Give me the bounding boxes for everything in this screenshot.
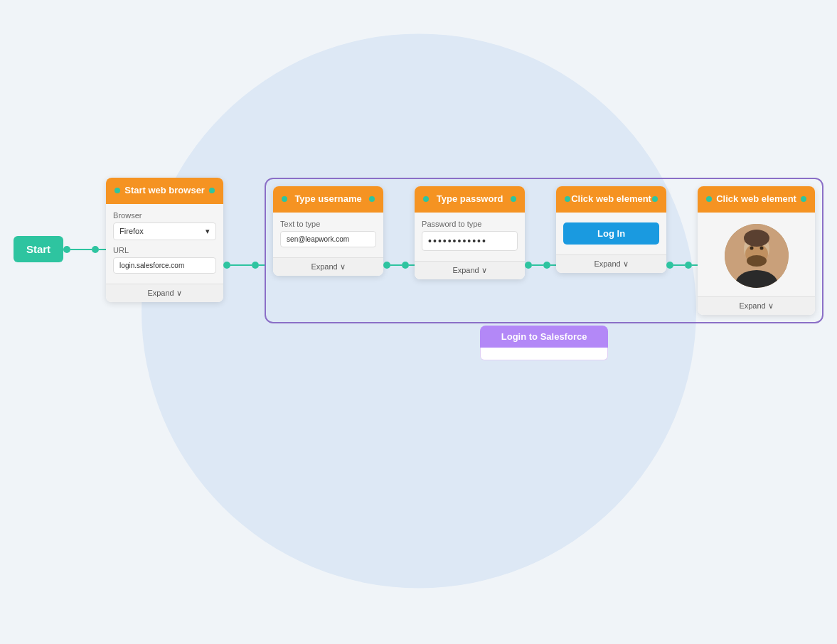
group-login-salesforce: Type username Text to type sen@leapwork.… [265, 178, 823, 323]
step-body-1: Browser Firefox ▾ URL login.salesforce.c… [106, 204, 223, 284]
step-type-username: Type username Text to type sen@leapwork.… [273, 186, 383, 276]
step-click-login: Click web element Log In Expand ∨ [556, 186, 666, 273]
connector-dot-right-3 [511, 196, 516, 202]
password-to-type-label: Password to type [422, 220, 518, 228]
text-to-type-label: Text to type [280, 220, 376, 228]
connector-2 [223, 262, 265, 269]
expand-btn-4[interactable]: Expand ∨ [556, 254, 666, 273]
connector-dot-right-4 [652, 196, 658, 202]
svg-point-6 [759, 246, 763, 249]
step-header-3: Type password [415, 186, 525, 213]
connector-1 [63, 246, 106, 253]
connector-dot-left-5 [706, 196, 712, 202]
avatar [725, 224, 789, 288]
connector-dot-left-1 [114, 188, 120, 193]
connector-5 [666, 262, 698, 269]
connector-4 [525, 262, 556, 269]
username-input[interactable]: sen@leapwork.com [280, 231, 376, 247]
browser-label: Browser [113, 211, 216, 220]
connector-dot-left-3 [423, 196, 429, 202]
expand-btn-2[interactable]: Expand ∨ [273, 257, 383, 276]
svg-point-3 [744, 230, 769, 247]
connector-dot-left-4 [565, 196, 570, 202]
connector-3 [383, 262, 415, 269]
chevron-down-icon: ▾ [206, 227, 210, 236]
connector-dot-right-5 [801, 196, 806, 202]
step-click-avatar: Click web element [698, 186, 815, 315]
svg-point-5 [750, 246, 753, 249]
connector-dot-left-2 [282, 196, 287, 202]
group-label-footer [480, 348, 608, 360]
canvas: Start Start web browser Browser [0, 0, 837, 644]
start-node: Start [14, 236, 63, 262]
url-input[interactable]: login.salesforce.com [113, 257, 216, 274]
connector-dot-right-1 [209, 188, 215, 193]
svg-point-7 [747, 255, 767, 267]
connector-dot-right-2 [369, 196, 375, 202]
step-start-web-browser: Start web browser Browser Firefox ▾ URL … [106, 178, 223, 302]
expand-btn-5[interactable]: Expand ∨ [698, 296, 815, 315]
browser-input[interactable]: Firefox ▾ [113, 222, 216, 240]
step-body-4: Log In [556, 213, 666, 254]
url-label: URL [113, 246, 216, 254]
expand-btn-3[interactable]: Expand ∨ [415, 261, 525, 279]
step-body-3: Password to type •••••••••••• [415, 213, 525, 261]
step-header-5: Click web element [698, 186, 815, 213]
expand-btn-1[interactable]: Expand ∨ [106, 284, 223, 302]
step-body-2: Text to type sen@leapwork.com [273, 213, 383, 257]
step-header-4: Click web element [556, 186, 666, 213]
login-button-preview: Log In [563, 222, 659, 245]
group-label: Login to Salesforce [480, 326, 608, 348]
step-header-1: Start web browser [106, 178, 223, 204]
step-body-5 [698, 213, 815, 296]
password-input[interactable]: •••••••••••• [422, 231, 518, 251]
step-type-password: Type password Password to type •••••••••… [415, 186, 525, 279]
step-header-2: Type username [273, 186, 383, 213]
